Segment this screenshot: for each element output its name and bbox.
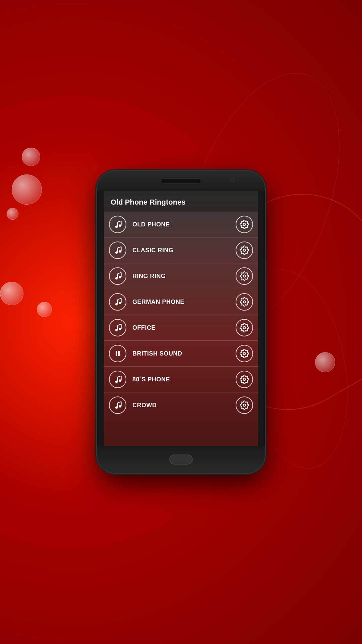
svg-point-5 [243,223,246,226]
bubble-4 [0,282,23,305]
ringtone-name-crowd: CROWD [132,402,236,409]
svg-point-32 [243,353,246,355]
svg-point-29 [243,327,246,329]
svg-line-37 [118,376,121,377]
svg-point-23 [243,301,246,303]
play-icon-80s-phone[interactable] [109,371,126,388]
ringtone-list: OLD PHONE [104,212,258,418]
settings-icon-old-phone[interactable] [236,216,253,233]
ringtone-item-80s-phone[interactable]: 80´S PHONE [104,367,258,392]
ringtone-name-80s-phone: 80´S PHONE [132,376,236,383]
screen-header: Old Phone Ringtones [104,191,258,212]
ringtone-item-office[interactable]: OFFICE [104,315,258,341]
svg-line-22 [118,299,121,300]
app-title: Old Phone Ringtones [111,198,186,206]
speaker-grille [161,178,201,184]
svg-line-10 [118,247,121,248]
play-icon-clasic-ring[interactable] [109,241,126,259]
svg-rect-31 [118,351,120,356]
phone-device: Old Phone Ringtones OLD PHONE [97,171,265,473]
phone-bottom-bar [97,446,265,473]
ringtone-name-office: OFFICE [132,324,236,331]
play-icon-ring-ring[interactable] [109,267,126,285]
svg-line-4 [118,221,121,222]
ringtone-item-clasic-ring[interactable]: CLASIC RING [104,237,258,263]
svg-line-43 [118,402,121,403]
bubble-6 [315,352,335,372]
ringtone-item-british-sound[interactable]: BRITISH SOUND [104,341,258,367]
ringtone-item-crowd[interactable]: CROWD [104,392,258,418]
phone-top-bar [97,171,265,191]
svg-line-16 [118,273,121,274]
ringtone-item-ring-ring[interactable]: RING RING [104,263,258,289]
svg-point-11 [243,249,246,252]
bubble-3 [7,208,18,220]
settings-icon-british-sound[interactable] [236,345,253,362]
pause-icon-british-sound[interactable] [109,345,126,362]
play-icon-crowd[interactable] [109,396,126,414]
ringtone-item-german-phone[interactable]: GERMAN PHONE [104,289,258,315]
play-icon-office[interactable] [109,319,126,336]
bubble-5 [37,302,52,317]
ringtone-name-clasic-ring: CLASIC RING [132,247,236,254]
svg-line-28 [118,324,121,326]
svg-point-17 [243,275,246,277]
front-camera [230,178,235,182]
phone-screen: Old Phone Ringtones OLD PHONE [104,191,258,446]
bubble-2 [22,148,40,166]
ringtone-name-british-sound: BRITISH SOUND [132,350,236,357]
settings-icon-80s-phone[interactable] [236,371,253,388]
play-icon-old-phone[interactable] [109,216,126,233]
ringtone-name-old-phone: OLD PHONE [132,221,236,228]
settings-icon-german-phone[interactable] [236,293,253,311]
settings-icon-clasic-ring[interactable] [236,241,253,259]
ringtone-item-old-phone[interactable]: OLD PHONE [104,212,258,237]
ringtone-name-ring-ring: RING RING [132,273,236,280]
ringtone-name-german-phone: GERMAN PHONE [132,299,236,306]
settings-icon-ring-ring[interactable] [236,267,253,285]
bubble-1 [12,174,42,205]
svg-point-44 [243,404,246,407]
home-button[interactable] [169,454,193,465]
settings-icon-office[interactable] [236,319,253,336]
svg-point-38 [243,378,246,381]
play-icon-german-phone[interactable] [109,293,126,311]
settings-icon-crowd[interactable] [236,396,253,414]
svg-rect-30 [116,351,117,356]
